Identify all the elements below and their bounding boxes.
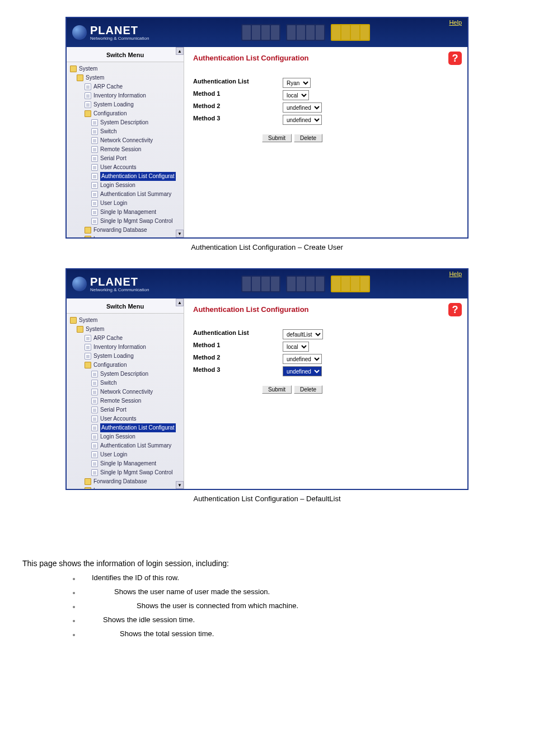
select-auth-list[interactable]: defaultList	[283, 329, 323, 339]
tree-item[interactable]: System Description	[69, 118, 182, 127]
tree-configuration[interactable]: Configuration	[69, 109, 182, 118]
select-method1[interactable]: local	[283, 90, 309, 100]
header-art	[149, 276, 462, 292]
help-icon[interactable]: ?	[448, 52, 462, 65]
doc-icon	[85, 92, 91, 99]
doc-icon	[91, 380, 98, 386]
label-auth-list: Authentication List	[193, 78, 283, 88]
row-auth-list: Authentication List defaultList	[193, 329, 458, 339]
select-method3[interactable]: undefined	[283, 115, 322, 125]
submit-button[interactable]: Submit	[262, 385, 292, 394]
panel-title: Authentication List Configuration	[193, 305, 458, 314]
tree-fwd-db[interactable]: Forwarding Database	[69, 477, 182, 486]
doc-icon	[91, 119, 98, 126]
select-auth-list[interactable]: Ryan	[283, 78, 311, 88]
tree-item[interactable]: Single Ip Mgmt Swap Control	[69, 468, 182, 477]
tree-item[interactable]: Switch	[69, 379, 182, 388]
tree-item[interactable]: User Accounts	[69, 163, 182, 172]
tree-item[interactable]: ARP Cache	[69, 334, 182, 343]
tree-item[interactable]: Serial Port	[69, 154, 182, 163]
tree-item[interactable]: Single Ip Management	[69, 459, 182, 468]
tree-system[interactable]: System	[69, 325, 182, 334]
tree-logs[interactable]: Logs	[69, 486, 182, 489]
brand-name: PLANET	[90, 276, 138, 288]
tree-item[interactable]: Inventory Information	[69, 91, 182, 100]
tree-item-auth-list-config[interactable]: Authentication List Configurat	[69, 172, 182, 181]
tree-item[interactable]: System Loading	[69, 352, 182, 361]
tree-item[interactable]: User Login	[69, 450, 182, 459]
row-method1: Method 1 local	[193, 90, 458, 100]
scroll-up-button[interactable]: ▲	[176, 47, 184, 55]
select-method2[interactable]: undefined	[283, 354, 322, 364]
folder-icon	[77, 74, 83, 81]
row-method3: Method 3 undefined	[193, 366, 458, 376]
tree-item[interactable]: System Loading	[69, 100, 182, 109]
doc-icon	[91, 146, 98, 153]
tree-item-auth-list-config[interactable]: Authentication List Configurat	[69, 423, 182, 432]
label-method1: Method 1	[193, 342, 283, 352]
tree-item[interactable]: Single Ip Mgmt Swap Control	[69, 217, 182, 226]
select-method1[interactable]: local	[283, 342, 309, 352]
doc-icon	[91, 218, 98, 225]
doc-icon	[91, 371, 98, 377]
doc-icon	[91, 128, 98, 135]
tree-item[interactable]: Inventory Information	[69, 343, 182, 352]
row-method1: Method 1 local	[193, 342, 458, 352]
tree-item[interactable]: Remote Session	[69, 396, 182, 405]
scroll-down-button[interactable]: ▼	[176, 230, 184, 237]
tree-item[interactable]: Network Connectivity	[69, 136, 182, 145]
globe-icon	[72, 25, 87, 40]
tree-item[interactable]: Authentication List Summary	[69, 441, 182, 450]
scroll-down-button[interactable]: ▼	[176, 481, 184, 489]
select-method2[interactable]: undefined	[283, 102, 322, 113]
delete-button[interactable]: Delete	[294, 385, 322, 394]
bullet-list: Identifies the ID of this row. Shows the…	[73, 573, 512, 638]
doc-icon	[91, 173, 98, 180]
tree-fwd-db[interactable]: Forwarding Database	[69, 226, 182, 235]
app-topbar: PLANET Networking & Communication Help	[67, 269, 467, 298]
tree-root-system[interactable]: System	[69, 316, 182, 325]
help-link[interactable]: Help	[449, 19, 462, 26]
tree-logs[interactable]: Logs	[69, 235, 182, 237]
list-item: Shows the idle session time.	[73, 615, 512, 624]
tree-root-system[interactable]: System	[69, 64, 182, 73]
select-method3[interactable]: undefined	[283, 366, 322, 376]
doc-icon	[91, 469, 98, 476]
doc-icon	[91, 433, 98, 440]
sidebar-header: Switch Menu	[67, 298, 184, 314]
help-link[interactable]: Help	[449, 270, 462, 277]
label-method3: Method 3	[193, 366, 283, 376]
tree-item[interactable]: User Accounts	[69, 414, 182, 423]
doc-icon	[91, 416, 98, 422]
tree-system[interactable]: System	[69, 73, 182, 82]
tree-item[interactable]: Network Connectivity	[69, 388, 182, 396]
doc-icon	[91, 451, 98, 458]
tree-item[interactable]: ARP Cache	[69, 82, 182, 91]
caption-1: Authentication List Configuration – Crea…	[22, 243, 512, 251]
row-method3: Method 3 undefined	[193, 115, 458, 125]
label-method2: Method 2	[193, 102, 283, 113]
bullet-icon	[73, 634, 75, 636]
tree-item[interactable]: Switch	[69, 127, 182, 136]
row-method2: Method 2 undefined	[193, 102, 458, 113]
tree-item[interactable]: Login Session	[69, 432, 182, 441]
tree-item[interactable]: Login Session	[69, 181, 182, 190]
nav-tree: System System ARP Cache Inventory Inform…	[67, 62, 184, 237]
tree-configuration[interactable]: Configuration	[69, 361, 182, 370]
delete-button[interactable]: Delete	[294, 134, 322, 142]
tree-item[interactable]: Serial Port	[69, 405, 182, 414]
brand-tagline: Networking & Communication	[90, 36, 149, 41]
tree-item[interactable]: Authentication List Summary	[69, 190, 182, 199]
help-icon[interactable]: ?	[448, 303, 462, 316]
tree-item[interactable]: System Description	[69, 370, 182, 379]
screenshot-default-list: PLANET Networking & Communication Help ▲…	[65, 268, 469, 490]
folder-icon	[85, 227, 91, 234]
tree-item[interactable]: User Login	[69, 199, 182, 208]
folder-icon	[85, 236, 91, 237]
tree-item[interactable]: Single Ip Management	[69, 208, 182, 217]
doc-icon	[91, 182, 98, 189]
submit-button[interactable]: Submit	[262, 134, 292, 142]
scroll-up-button[interactable]: ▲	[176, 298, 184, 306]
brand-logo: PLANET Networking & Communication	[72, 24, 149, 41]
tree-item[interactable]: Remote Session	[69, 145, 182, 154]
